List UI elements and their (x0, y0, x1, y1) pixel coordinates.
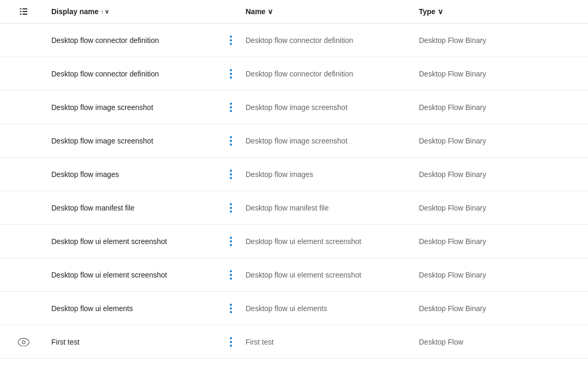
row-name: Desktop flow image screenshot (241, 103, 415, 112)
row-context-menu-button[interactable] (220, 101, 241, 114)
row-context-menu-button[interactable] (220, 268, 241, 282)
row-context-menu-button[interactable] (220, 67, 241, 81)
type-label: Type (419, 7, 436, 16)
row-context-menu-button[interactable] (220, 302, 241, 315)
row-name: Desktop flow ui elements (241, 304, 415, 313)
table-container: Display name ↑ ∨ Name ∨ Type ∨ Desktop f… (0, 0, 588, 387)
row-type: Desktop Flow Binary (415, 271, 588, 279)
list-icon (18, 6, 29, 17)
row-display-name: Desktop flow image screenshot (47, 103, 220, 112)
dots-menu-icon[interactable] (226, 268, 236, 282)
table-header: Display name ↑ ∨ Name ∨ Type ∨ (0, 0, 588, 24)
row-name: Desktop flow connector definition (241, 70, 415, 78)
name-column-header[interactable]: Name ∨ (241, 7, 415, 16)
name-sort-icon: ∨ (268, 7, 273, 16)
dots-menu-icon[interactable] (226, 34, 236, 47)
row-type: Desktop Flow Binary (415, 237, 588, 246)
row-name: Desktop flow image screenshot (241, 137, 415, 145)
name-label: Name (246, 7, 265, 16)
row-display-name: Desktop flow connector definition (47, 70, 220, 78)
dots-menu-icon[interactable] (226, 201, 236, 215)
row-name: Desktop flow ui element screenshot (241, 237, 415, 246)
row-type: Desktop Flow Binary (415, 170, 588, 179)
row-display-name: First test (47, 338, 220, 346)
row-name: Desktop flow ui element screenshot (241, 271, 415, 279)
row-name: Desktop flow manifest file (241, 204, 415, 212)
sort-icons: ↑ ∨ (101, 8, 109, 15)
row-name: First test (241, 338, 415, 346)
type-sort-icon: ∨ (438, 7, 443, 16)
svg-rect-5 (23, 14, 27, 15)
table-row: Desktop flow connector definition Deskto… (0, 57, 588, 91)
table-row: Desktop flow ui element screenshot Deskt… (0, 258, 588, 292)
display-name-label: Display name (51, 7, 98, 16)
svg-rect-3 (23, 11, 27, 12)
dots-menu-icon[interactable] (226, 134, 236, 148)
table-row: Desktop flow ui elements Desktop flow ui… (0, 292, 588, 325)
row-context-menu-button[interactable] (220, 134, 241, 148)
row-type: Desktop Flow Binary (415, 137, 588, 145)
svg-rect-4 (20, 14, 21, 15)
column-icon-header (0, 6, 47, 17)
row-display-name: Desktop flow ui elements (47, 304, 220, 313)
display-name-column-header[interactable]: Display name ↑ ∨ (47, 7, 220, 16)
row-type: Desktop Flow Binary (415, 304, 588, 313)
row-context-menu-button[interactable] (220, 235, 241, 248)
row-display-name: Desktop flow image screenshot (47, 137, 220, 145)
row-type: Desktop Flow Binary (415, 70, 588, 78)
row-display-name: Desktop flow images (47, 170, 220, 179)
eye-icon (18, 338, 29, 346)
sort-down-icon: ∨ (105, 8, 109, 15)
row-context-menu-button[interactable] (220, 335, 241, 349)
table-body: Desktop flow connector definition Deskto… (0, 24, 588, 359)
row-display-name: Desktop flow connector definition (47, 36, 220, 45)
table-row: Desktop flow manifest file Desktop flow … (0, 191, 588, 225)
sort-up-icon: ↑ (101, 8, 104, 15)
dots-menu-icon[interactable] (226, 101, 236, 114)
row-name: Desktop flow connector definition (241, 36, 415, 45)
table-row: First test First testDesktop Flow (0, 325, 588, 359)
table-row: Desktop flow images Desktop flow imagesD… (0, 158, 588, 191)
type-sort-down: ∨ (438, 7, 443, 16)
row-display-name: Desktop flow ui element screenshot (47, 237, 220, 246)
row-type: Desktop Flow Binary (415, 204, 588, 212)
row-context-menu-button[interactable] (220, 201, 241, 215)
row-type: Desktop Flow (415, 338, 588, 346)
row-context-menu-button[interactable] (220, 168, 241, 181)
svg-rect-2 (20, 11, 21, 12)
row-context-menu-button[interactable] (220, 34, 241, 47)
row-display-name: Desktop flow manifest file (47, 204, 220, 212)
table-row: Desktop flow connector definition Deskto… (0, 24, 588, 57)
table-row: Desktop flow image screenshot Desktop fl… (0, 91, 588, 124)
row-name: Desktop flow images (241, 170, 415, 179)
table-row: Desktop flow ui element screenshot Deskt… (0, 225, 588, 258)
row-icon-cell (0, 338, 47, 346)
row-display-name: Desktop flow ui element screenshot (47, 271, 220, 279)
type-column-header[interactable]: Type ∨ (415, 7, 588, 16)
dots-menu-icon[interactable] (226, 235, 236, 248)
dots-menu-icon[interactable] (226, 67, 236, 81)
svg-point-6 (22, 340, 25, 344)
row-type: Desktop Flow Binary (415, 36, 588, 45)
svg-rect-0 (20, 8, 21, 9)
svg-rect-1 (23, 8, 27, 9)
dots-menu-icon[interactable] (226, 335, 236, 349)
name-sort-down: ∨ (268, 7, 273, 16)
dots-menu-icon[interactable] (226, 302, 236, 315)
row-type: Desktop Flow Binary (415, 103, 588, 112)
dots-menu-icon[interactable] (226, 168, 236, 181)
table-row: Desktop flow image screenshot Desktop fl… (0, 124, 588, 158)
